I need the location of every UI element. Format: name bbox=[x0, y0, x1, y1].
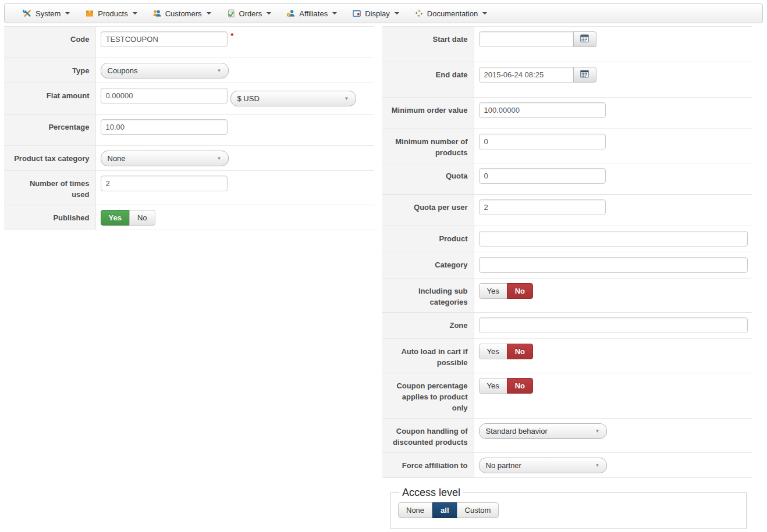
chevron-down-icon bbox=[267, 12, 271, 15]
minimum-order-value-input[interactable] bbox=[479, 102, 606, 118]
start-date-input[interactable] bbox=[479, 31, 574, 47]
end-date-input[interactable] bbox=[479, 67, 574, 83]
code-input[interactable] bbox=[101, 31, 228, 47]
coupon-percentage-product-only-toggle: Yes No bbox=[479, 378, 534, 394]
chevron-down-icon bbox=[482, 12, 487, 15]
start-date-row: Start date bbox=[382, 27, 752, 62]
category-input[interactable] bbox=[479, 257, 748, 273]
minimum-number-of-products-input[interactable] bbox=[479, 134, 606, 149]
type-label: Type bbox=[4, 58, 95, 83]
flat-amount-row: Flat amount $ USD ▼ bbox=[4, 83, 374, 115]
percentage-input[interactable] bbox=[101, 119, 228, 135]
chevron-down-icon bbox=[65, 12, 70, 15]
start-date-label: Start date bbox=[382, 27, 474, 62]
coupon-handling-discounted-label: Coupon handling of discounted products bbox=[382, 419, 474, 453]
box-icon bbox=[85, 9, 94, 18]
menu-item-affiliates[interactable]: Affiliates bbox=[279, 4, 345, 23]
chevron-down-icon: ▼ bbox=[217, 156, 222, 161]
auto-load-in-cart-label: Auto load in cart if possible bbox=[382, 339, 474, 373]
coupon-percentage-product-only-yes-button[interactable]: Yes bbox=[479, 378, 507, 394]
quota-per-user-input[interactable] bbox=[479, 199, 606, 215]
access-custom-button[interactable]: Custom bbox=[457, 502, 499, 518]
order-doc-icon bbox=[226, 9, 236, 18]
menu-item-label: Customers bbox=[165, 9, 202, 18]
flat-amount-input[interactable] bbox=[101, 88, 228, 103]
menu-item-system[interactable]: System bbox=[15, 4, 77, 23]
number-of-times-used-input[interactable] bbox=[101, 176, 228, 191]
currency-select[interactable]: $ USD ▼ bbox=[230, 91, 356, 106]
menu-item-label: Products bbox=[98, 9, 127, 18]
code-label: Code bbox=[4, 27, 95, 58]
zone-input[interactable] bbox=[479, 317, 748, 333]
top-menu-bar: System Products Customers Orders bbox=[4, 3, 763, 23]
calendar-icon bbox=[580, 34, 589, 44]
product-tax-category-label: Product tax category bbox=[4, 146, 95, 171]
menu-item-label: Affiliates bbox=[299, 9, 328, 18]
right-form-column: Start date bbox=[382, 26, 752, 529]
menu-item-display[interactable]: Display bbox=[345, 4, 407, 23]
force-affiliation-to-value: No partner bbox=[486, 461, 521, 470]
auto-load-in-cart-toggle: Yes No bbox=[479, 344, 534, 359]
force-affiliation-to-row: Force affiliation to No partner ▼ bbox=[382, 453, 752, 478]
coupon-handling-discounted-row: Coupon handling of discounted products S… bbox=[382, 419, 752, 453]
menu-item-orders[interactable]: Orders bbox=[219, 4, 279, 23]
product-tax-category-value: None bbox=[108, 154, 126, 163]
code-row: Code * bbox=[4, 27, 374, 58]
end-date-label: End date bbox=[382, 62, 474, 98]
category-label: Category bbox=[382, 252, 474, 279]
start-date-calendar-button[interactable] bbox=[573, 31, 596, 47]
chevron-down-icon: ▼ bbox=[595, 429, 600, 434]
calendar-icon bbox=[580, 70, 589, 80]
zone-row: Zone bbox=[382, 313, 752, 339]
tools-icon bbox=[23, 9, 32, 18]
minimum-order-value-row: Minimum order value bbox=[382, 98, 752, 129]
quota-input[interactable] bbox=[479, 168, 606, 184]
published-yes-button[interactable]: Yes bbox=[101, 210, 130, 226]
coupon-percentage-product-only-no-button[interactable]: No bbox=[507, 378, 533, 394]
display-window-icon bbox=[352, 9, 361, 18]
product-input[interactable] bbox=[479, 231, 748, 247]
access-none-button[interactable]: None bbox=[398, 502, 432, 518]
product-tax-category-row: Product tax category None ▼ bbox=[4, 146, 374, 171]
menu-item-products[interactable]: Products bbox=[77, 4, 144, 23]
chevron-down-icon: ▼ bbox=[217, 69, 222, 73]
type-select[interactable]: Coupons ▼ bbox=[101, 63, 229, 78]
coupon-percentage-product-only-row: Coupon percentage applies to product onl… bbox=[382, 373, 752, 419]
currency-select-value: $ USD bbox=[237, 94, 260, 103]
published-toggle: Yes No bbox=[101, 210, 155, 226]
chevron-down-icon bbox=[207, 12, 211, 15]
zone-label: Zone bbox=[382, 313, 474, 339]
force-affiliation-to-select[interactable]: No partner ▼ bbox=[479, 458, 607, 473]
menu-item-label: System bbox=[35, 9, 61, 18]
required-marker: * bbox=[230, 31, 233, 40]
auto-load-in-cart-row: Auto load in cart if possible Yes No bbox=[382, 339, 752, 373]
quota-per-user-row: Quota per user bbox=[382, 195, 752, 226]
coupon-handling-discounted-select[interactable]: Standard behavior ▼ bbox=[479, 423, 607, 439]
end-date-row: End date bbox=[382, 62, 752, 98]
access-all-button[interactable]: all bbox=[432, 502, 457, 518]
including-sub-categories-toggle: Yes No bbox=[479, 283, 534, 299]
menu-item-documentation[interactable]: Documentation bbox=[407, 4, 495, 23]
coupon-percentage-product-only-label: Coupon percentage applies to product onl… bbox=[382, 373, 474, 419]
including-sub-categories-no-button[interactable]: No bbox=[507, 283, 533, 299]
quota-row: Quota bbox=[382, 163, 752, 195]
end-date-calendar-button[interactable] bbox=[573, 67, 596, 83]
including-sub-categories-yes-button[interactable]: Yes bbox=[479, 283, 507, 299]
product-label: Product bbox=[382, 226, 474, 252]
force-affiliation-to-label: Force affiliation to bbox=[382, 453, 474, 478]
including-sub-categories-label: Including sub categories bbox=[382, 279, 474, 313]
percentage-label: Percentage bbox=[4, 115, 95, 146]
menu-item-label: Orders bbox=[239, 9, 262, 18]
published-no-button[interactable]: No bbox=[129, 210, 155, 226]
coupon-edit-form: Code * Type Coupons ▼ Flat amount bbox=[4, 26, 763, 529]
minimum-number-of-products-label: Minimum number of products bbox=[382, 129, 474, 163]
product-tax-category-select[interactable]: None ▼ bbox=[101, 151, 229, 166]
product-row: Product bbox=[382, 226, 752, 252]
menu-item-customers[interactable]: Customers bbox=[145, 4, 219, 23]
menu-item-label: Display bbox=[365, 9, 390, 18]
chevron-down-icon bbox=[395, 12, 399, 15]
auto-load-in-cart-yes-button[interactable]: Yes bbox=[479, 344, 507, 359]
published-row: Published Yes No bbox=[4, 205, 374, 230]
published-label: Published bbox=[4, 205, 95, 230]
auto-load-in-cart-no-button[interactable]: No bbox=[507, 344, 533, 359]
